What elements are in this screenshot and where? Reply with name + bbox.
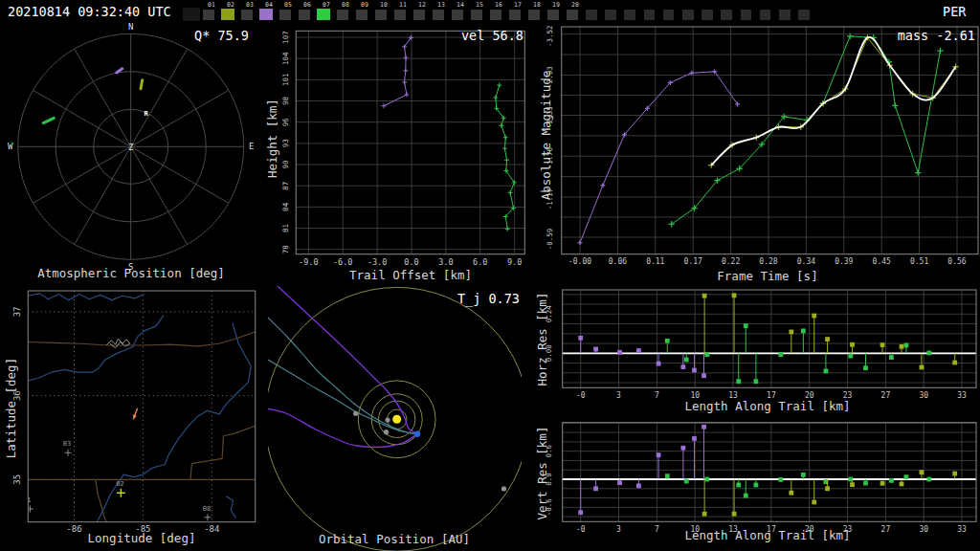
- frame-thumb-extra[interactable]: [721, 10, 732, 20]
- frame-number: 15: [476, 2, 483, 9]
- svg-text:W: W: [8, 142, 13, 151]
- corner-marking: [3, 541, 16, 547]
- frame-strip: 0102030405060708091011121314151617181920: [0, 0, 980, 23]
- frame-thumb-10[interactable]: [375, 10, 387, 20]
- svg-text:96: 96: [281, 118, 290, 127]
- station-08: [204, 514, 211, 520]
- frame-thumb-16[interactable]: [490, 10, 501, 20]
- svg-text:0.06: 0.06: [609, 257, 627, 266]
- svg-text:E: E: [249, 142, 254, 151]
- frame-number: 11: [399, 2, 407, 9]
- frame-thumb-01[interactable]: [203, 10, 214, 20]
- svg-text:30: 30: [919, 525, 928, 534]
- magnitude-plot: -0.000.060.110.170.220.280.340.390.450.5…: [536, 23, 980, 287]
- frame-thumb-11[interactable]: [394, 10, 406, 20]
- svg-text:87: 87: [281, 182, 290, 190]
- frame-thumb-extra[interactable]: [624, 10, 635, 20]
- frame-thumb-03[interactable]: [241, 10, 253, 20]
- frame-thumb-18[interactable]: [528, 10, 540, 20]
- sun: [392, 415, 401, 424]
- frame-thumb-17[interactable]: [509, 10, 521, 20]
- planet-earth: [414, 431, 420, 437]
- frame-thumb-extra[interactable]: [798, 10, 810, 20]
- svg-text:0.11: 0.11: [646, 257, 664, 266]
- frame-thumb-extra[interactable]: [741, 10, 752, 20]
- svg-text:0.22: 0.22: [722, 257, 740, 266]
- svg-text:3: 3: [616, 391, 621, 400]
- svg-text:27: 27: [881, 391, 891, 400]
- frame-thumb-07[interactable]: [317, 9, 330, 21]
- frame-thumb-extra[interactable]: [779, 10, 791, 20]
- frame-thumb-extra[interactable]: [663, 10, 675, 20]
- orbital-position-plot: [268, 286, 522, 551]
- svg-text:-0: -0: [576, 391, 586, 400]
- frame-thumb-02[interactable]: [221, 9, 234, 21]
- frame-thumb-extra[interactable]: [644, 10, 656, 20]
- frame-number: 17: [514, 2, 522, 9]
- svg-text:0.56: 0.56: [947, 257, 966, 266]
- frame-thumb-13[interactable]: [433, 10, 444, 20]
- station-02: [117, 489, 125, 497]
- frame-thumb-15[interactable]: [471, 10, 482, 20]
- orbital-xlabel: Orbital Position [AU]: [299, 532, 490, 546]
- frame-thumb-08[interactable]: [337, 10, 348, 20]
- frame-thumb-04[interactable]: [259, 9, 273, 21]
- svg-text:101: 101: [281, 74, 290, 87]
- svg-text:02: 02: [116, 480, 123, 488]
- app-screen: 20210814 09:32:40 UTC 010203040506070809…: [0, 0, 980, 551]
- frame-thumb-06[interactable]: [299, 10, 310, 20]
- planet-mars: [353, 411, 358, 416]
- magnitude-xlabel: Frame Time [s]: [672, 269, 863, 283]
- meteor-orbit: [278, 286, 417, 434]
- svg-text:33: 33: [957, 391, 967, 400]
- svg-text:-0: -0: [576, 525, 586, 534]
- frame-number: 05: [284, 2, 292, 9]
- vert-res-xlabel: Length Along Trail [km]: [672, 528, 863, 542]
- mass-title: mass -2.61: [832, 28, 975, 43]
- frame-thumb-extra[interactable]: [682, 10, 694, 20]
- frame-thumb-12[interactable]: [413, 10, 425, 20]
- frame-number: 20: [571, 2, 579, 9]
- horz-res-xlabel: Length Along Trail [km]: [672, 399, 863, 413]
- frame-number: 19: [552, 2, 560, 9]
- svg-text:N: N: [128, 23, 133, 32]
- frame-thumb-05[interactable]: [279, 10, 291, 20]
- map-xlabel: Longitude [deg]: [46, 531, 237, 545]
- frame-thumb-extra[interactable]: [702, 10, 713, 20]
- svg-text:104: 104: [281, 52, 290, 65]
- svg-text:0.0: 0.0: [404, 257, 418, 267]
- vert-res-ylabel: Vert Res [km]: [535, 380, 549, 551]
- height-ylabel: Height [km]: [265, 43, 279, 234]
- frame-thumb-leading[interactable]: [183, 8, 200, 21]
- frame-thumb-extra[interactable]: [586, 10, 597, 20]
- atmospheric-position-plot: NSEWZR: [2, 23, 260, 287]
- svg-text:03: 03: [63, 440, 71, 448]
- svg-text:90: 90: [281, 160, 290, 169]
- svg-text:27: 27: [881, 525, 891, 534]
- frame-number: 08: [342, 2, 349, 9]
- station-03: [65, 450, 72, 456]
- svg-text:107: 107: [281, 31, 290, 44]
- frame-thumb-14[interactable]: [452, 10, 463, 20]
- frame-thumb-extra[interactable]: [605, 10, 616, 20]
- meteor-streak-cam02: [141, 80, 143, 89]
- meteor-streak-cam07: [43, 118, 54, 122]
- ground-track-arrow: [133, 408, 138, 419]
- svg-text:08: 08: [203, 505, 211, 513]
- frame-thumb-09[interactable]: [356, 10, 368, 20]
- frame-number: 12: [418, 2, 426, 9]
- svg-text:Z: Z: [128, 143, 133, 152]
- svg-text:98: 98: [281, 97, 290, 106]
- planet-mercury: [385, 417, 390, 422]
- svg-text:84: 84: [281, 202, 290, 211]
- svg-text:0.39: 0.39: [835, 257, 853, 266]
- svg-text:0.51: 0.51: [910, 257, 928, 266]
- magnitude-ylabel: Absolute Magnitude: [539, 40, 553, 231]
- frame-thumb-19[interactable]: [547, 10, 559, 20]
- frame-number: 16: [495, 2, 502, 9]
- frame-thumb-20[interactable]: [567, 10, 578, 20]
- frame-thumb-extra[interactable]: [760, 10, 771, 20]
- frame-number: 03: [246, 2, 254, 9]
- svg-text:0.34: 0.34: [797, 257, 815, 266]
- svg-text:33: 33: [957, 525, 967, 534]
